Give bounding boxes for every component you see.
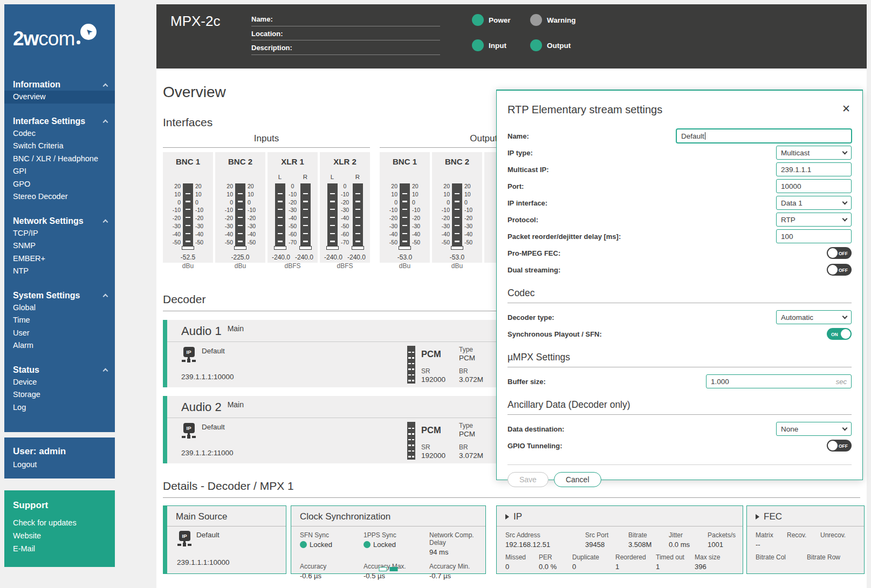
stat-max-size: Max size396 [695, 553, 720, 571]
sidebar-group-title-system-settings[interactable]: System Settings [4, 291, 115, 302]
main-source-body: IP Default 239.1.1.1:10000 [167, 527, 286, 573]
scale-tick-label: -30 [412, 222, 420, 230]
sidebar-item-codec[interactable]: Codec [4, 127, 115, 140]
chevron-up-icon [103, 83, 108, 88]
sidebar-item-tcp-ip[interactable]: TCP/IP [4, 227, 115, 240]
sidebar-item-log[interactable]: Log [4, 401, 115, 414]
chevron-up-icon [103, 368, 108, 374]
led-label: Power [489, 16, 511, 24]
sidebar-item-snmp[interactable]: SNMP [4, 240, 115, 252]
ip-interface-select[interactable]: Data 1 [776, 196, 852, 210]
scale-tick-label: 0 [285, 182, 300, 190]
sidebar-item-global[interactable]: Global [4, 302, 115, 314]
select-value: Automatic [781, 313, 813, 322]
stat-value: 39458 [585, 541, 628, 549]
toggle-state-label: OFF [839, 268, 848, 273]
scale-tick-label: 10 [195, 190, 202, 199]
support-item-e-mail[interactable]: E-Mail [13, 542, 106, 555]
stat-value: Locked [364, 541, 429, 549]
pro-mpeg-fec-toggle[interactable]: OFF [827, 247, 852, 259]
sidebar-group-title-status[interactable]: Status [4, 365, 115, 376]
level-meter-bar [235, 183, 245, 250]
status-leds: PowerWarningInputOutput [472, 14, 595, 51]
sidebar-item-ember[interactable]: EMBER+ [4, 252, 115, 265]
meter-unit: dBFS [320, 262, 370, 270]
decoder-type-select[interactable]: Automatic [776, 310, 852, 324]
sidebar-item-gpi[interactable]: GPI [4, 165, 115, 178]
ip-card-header[interactable]: IP [497, 506, 743, 526]
sidebar-item-bnc-xlr-headphone[interactable]: BNC / XLR / Headphone [4, 153, 115, 166]
support-item-check-for-updates[interactable]: Check for updates [13, 516, 106, 529]
stat-value: 1001 [708, 541, 736, 549]
ip-type-select[interactable]: Multicast [776, 146, 852, 160]
meter-level-cap [182, 246, 194, 250]
stat-duplicate: Duplicate0 [572, 553, 615, 571]
input-value: 1.000 [711, 378, 729, 386]
stat-label: Bitrate [628, 531, 669, 539]
close-icon[interactable]: ✕ [842, 102, 851, 115]
sidebar-item-time[interactable]: Time [4, 314, 115, 327]
sidebar-item-alarm[interactable]: Alarm [4, 339, 115, 352]
support-item-website[interactable]: Website [13, 529, 106, 542]
input-value: Default [681, 132, 704, 140]
multicast-ip-input[interactable]: 239.1.1.1 [776, 162, 852, 176]
sidebar-item-device[interactable]: Device [4, 376, 115, 389]
stat-value: 3.072M [459, 452, 483, 460]
sidebar-item-storage[interactable]: Storage [4, 388, 115, 401]
sidebar-item-overview[interactable]: Overview [4, 91, 115, 104]
save-button[interactable]: Save [507, 472, 548, 487]
name-input[interactable]: Default [676, 129, 852, 143]
dual-streaming-toggle[interactable]: OFF [827, 264, 852, 276]
chevron-up-icon [103, 220, 108, 225]
scale-tick-label: -50 [464, 238, 472, 247]
logout-link[interactable]: Logout [13, 460, 106, 469]
led-output: Output [530, 39, 595, 51]
port-input[interactable]: 10000 [776, 179, 852, 193]
stat-src-port: Src Port39458 [585, 531, 628, 549]
clock-stat-1pps-sync: 1PPS SyncLocked [364, 531, 429, 556]
scale-tick-label: -30 [338, 206, 353, 214]
gpio-tunneling-toggle[interactable]: OFF [827, 440, 852, 452]
scale-tick-label: -20 [248, 214, 256, 222]
output-led-icon [530, 39, 542, 51]
mini-level-meter-icon [407, 422, 415, 460]
clock-stat-network-comp-delay: Network Comp. Delay94 ms [429, 531, 485, 556]
protocol-select[interactable]: RTP [776, 213, 852, 227]
level-meter-bar [300, 183, 311, 250]
synchronous-playout-sfn-toggle[interactable]: ON [827, 328, 852, 340]
stat-reordered: Reordered1 [615, 553, 656, 571]
device-model: MPX-2c [170, 13, 220, 30]
scale-tick-label: -40 [248, 230, 256, 238]
scale-tick-label: -60 [338, 230, 353, 238]
level-meter-bar [183, 183, 193, 250]
stat-missed: Missed0 [505, 553, 539, 571]
sidebar-item-switch-criteria[interactable]: Switch Criteria [4, 140, 115, 153]
cancel-button[interactable]: Cancel [554, 472, 601, 487]
packet-reorder-dejitter-delay-ms-input[interactable]: 100 [776, 229, 852, 243]
stat-label: Bitrate Row [807, 553, 840, 561]
buffer-size-input[interactable]: 1.000sec [706, 374, 852, 388]
meter-bar-column: R [300, 174, 311, 250]
sidebar-group-title-network-settings[interactable]: Network Settings [4, 216, 115, 227]
fec-card-header[interactable]: FEC [747, 506, 864, 526]
clock-sync-card: Clock Synchronization SFN SyncLocked1PPS… [291, 505, 486, 574]
sidebar-group-title-interface-settings[interactable]: Interface Settings [4, 117, 115, 127]
main-source-stream: Default [196, 531, 220, 539]
scale-tick-label: 0 [338, 182, 353, 190]
scale-tick-label: -30 [248, 222, 256, 230]
locked-led-icon [300, 541, 307, 548]
toggle-knob [828, 441, 838, 450]
sidebar-item-user[interactable]: User [4, 327, 115, 340]
data-destination-select[interactable]: None [776, 422, 852, 436]
meter-readout: -225.0dBu [215, 254, 265, 270]
carousel-dot[interactable] [379, 567, 387, 571]
locked-led-icon [364, 541, 371, 548]
sidebar-group-title-information[interactable]: Information [4, 80, 115, 91]
carousel-dot-active[interactable] [390, 567, 398, 571]
sidebar-item-ntp[interactable]: NTP [4, 265, 115, 278]
sidebar-item-stereo-decoder[interactable]: Stereo Decoder [4, 190, 115, 203]
scale-tick-label: -40 [389, 230, 397, 238]
sidebar-item-gpo[interactable]: GPO [4, 178, 115, 191]
stat-label: Timed out [656, 553, 695, 561]
device-field-label: Description: [251, 44, 292, 52]
